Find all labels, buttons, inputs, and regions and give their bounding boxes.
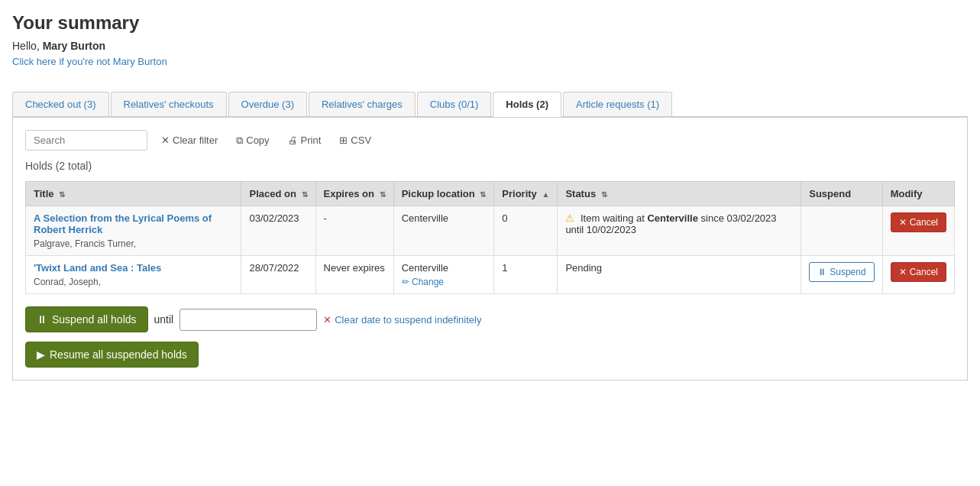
greeting: Hello, Mary Burton	[12, 40, 968, 52]
table-row: 'Twixt Land and Sea : Tales Conrad, Jose…	[26, 256, 955, 294]
clear-date-icon: ✕	[323, 314, 332, 326]
csv-label: CSV	[351, 134, 371, 146]
row2-cancel-label: Cancel	[910, 267, 938, 277]
holds-table: Title ⇅ Placed on ⇅ Expires on ⇅ Pickup …	[25, 181, 955, 294]
suspend-all-icon: ⏸	[37, 313, 47, 326]
print-label: Print	[301, 134, 322, 146]
tab-relatives-charges[interactable]: Relatives' charges	[309, 92, 416, 116]
resume-all-label: Resume all suspended holds	[50, 348, 187, 361]
clear-filter-icon: ✕	[161, 134, 170, 146]
col-suspend: Suspend	[801, 182, 882, 206]
tabs-container: Checked out (3) Relatives' checkouts Ove…	[12, 92, 968, 117]
holds-total: Holds (2 total)	[25, 160, 955, 172]
row2-cancel-icon: ✕	[899, 267, 907, 277]
clear-date-link[interactable]: ✕ Clear date to suspend indefinitely	[323, 314, 481, 326]
print-button[interactable]: 🖨 Print	[283, 131, 326, 149]
placed-on-sort-icon[interactable]: ⇅	[302, 190, 308, 199]
col-modify: Modify	[882, 182, 954, 206]
col-title: Title ⇅	[26, 182, 241, 206]
clear-filter-button[interactable]: ✕ Clear filter	[157, 131, 222, 149]
row2-author: Conrad, Joseph,	[34, 277, 233, 287]
row2-priority: 1	[494, 256, 558, 294]
row2-suspend-icon: ⏸	[817, 267, 826, 277]
copy-button[interactable]: ⧉ Copy	[231, 131, 273, 150]
actions-row: ⏸ Suspend all holds until ✕ Clear date t…	[25, 306, 955, 368]
row1-status-location: Centerville	[647, 212, 697, 224]
copy-label: Copy	[246, 134, 269, 146]
greeting-text: Hello,	[12, 40, 43, 52]
toolbar: ✕ Clear filter ⧉ Copy 🖨 Print ⊞ CSV	[25, 130, 955, 151]
row1-placed-on: 03/02/2023	[241, 206, 315, 256]
suspend-all-label: Suspend all holds	[52, 313, 137, 326]
tab-clubs[interactable]: Clubs (0/1)	[417, 92, 492, 116]
suspend-all-row: ⏸ Suspend all holds until ✕ Clear date t…	[25, 306, 955, 332]
row1-status-icon: ⚠	[565, 212, 574, 224]
row2-pickup-location: Centerville	[402, 262, 448, 274]
tab-relatives-checkouts[interactable]: Relatives' checkouts	[111, 92, 227, 116]
row2-cancel-button[interactable]: ✕ Cancel	[891, 262, 946, 282]
row1-title-cell: A Selection from the Lyrical Poems of Ro…	[26, 206, 241, 256]
row2-expires-on: Never expires	[315, 256, 393, 294]
col-pickup-location: Pickup location ⇅	[393, 182, 494, 206]
status-sort-icon[interactable]: ⇅	[601, 190, 607, 199]
row1-modify-cell: ✕ Cancel	[882, 206, 954, 256]
tab-checked-out[interactable]: Checked out (3)	[12, 92, 109, 116]
resume-all-button[interactable]: ▶ Resume all suspended holds	[25, 342, 199, 368]
csv-icon: ⊞	[339, 134, 348, 146]
tab-article-requests[interactable]: Article requests (1)	[563, 92, 672, 116]
row2-suspend-cell: ⏸ Suspend	[801, 256, 882, 294]
tab-holds[interactable]: Holds (2)	[493, 92, 561, 117]
clear-filter-label: Clear filter	[173, 134, 218, 146]
row2-pickup: Centerville ✏ Change	[393, 256, 494, 294]
row1-cancel-label: Cancel	[910, 217, 938, 228]
row1-cancel-icon: ✕	[899, 217, 907, 228]
row1-expires-on: -	[315, 206, 393, 256]
resume-all-icon: ▶	[37, 348, 45, 361]
csv-button[interactable]: ⊞ CSV	[335, 131, 376, 149]
row2-suspend-label: Suspend	[830, 267, 865, 277]
row2-placed-on: 28/07/2022	[241, 256, 315, 294]
not-me-link[interactable]: Click here if you're not Mary Burton	[12, 56, 167, 67]
row2-title-cell: 'Twixt Land and Sea : Tales Conrad, Jose…	[26, 256, 241, 294]
clear-date-label: Clear date to suspend indefinitely	[335, 314, 481, 326]
col-placed-on: Placed on ⇅	[241, 182, 315, 206]
row2-status: Pending	[558, 256, 801, 294]
row1-title-link[interactable]: A Selection from the Lyrical Poems of Ro…	[34, 212, 212, 235]
row1-author: Palgrave, Francis Turner,	[34, 238, 233, 249]
copy-icon: ⧉	[236, 134, 243, 147]
search-input[interactable]	[25, 130, 147, 151]
row1-status: ⚠ Item waiting at Centerville since 03/0…	[558, 206, 801, 256]
table-row: A Selection from the Lyrical Poems of Ro…	[26, 206, 955, 256]
until-label: until	[154, 313, 174, 326]
row2-suspend-button[interactable]: ⏸ Suspend	[809, 262, 874, 282]
title-sort-icon[interactable]: ⇅	[59, 190, 65, 199]
pickup-sort-icon[interactable]: ⇅	[480, 190, 486, 199]
row1-priority: 0	[494, 206, 558, 256]
expires-on-sort-icon[interactable]: ⇅	[380, 190, 386, 199]
row2-change-icon: ✏	[402, 277, 409, 287]
row2-modify-cell: ✕ Cancel	[882, 256, 954, 294]
username: Mary Burton	[43, 40, 105, 52]
page-title: Your summary	[12, 12, 968, 34]
tab-overdue[interactable]: Overdue (3)	[228, 92, 307, 116]
suspend-date-input[interactable]	[180, 309, 317, 331]
col-priority: Priority ▲	[494, 182, 558, 206]
row1-status-text: Item waiting at	[581, 212, 647, 224]
col-expires-on: Expires on ⇅	[315, 182, 393, 206]
row1-pickup: Centerville	[393, 206, 494, 256]
priority-sort-icon[interactable]: ▲	[542, 190, 549, 199]
print-icon: 🖨	[288, 134, 298, 146]
col-status: Status ⇅	[558, 182, 801, 206]
row1-suspend-cell	[801, 206, 882, 256]
row2-title-link[interactable]: 'Twixt Land and Sea : Tales	[34, 262, 161, 274]
suspend-all-button[interactable]: ⏸ Suspend all holds	[25, 306, 148, 332]
row2-change-link[interactable]: ✏ Change	[402, 277, 487, 287]
holds-content-area: ✕ Clear filter ⧉ Copy 🖨 Print ⊞ CSV Hold…	[12, 117, 968, 381]
row1-cancel-button[interactable]: ✕ Cancel	[891, 212, 946, 232]
